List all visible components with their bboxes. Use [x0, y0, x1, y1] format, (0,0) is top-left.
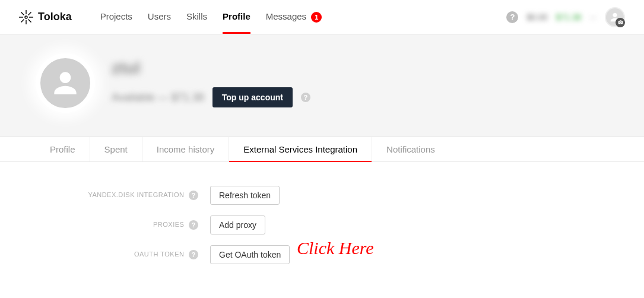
nav-skills[interactable]: Skills	[186, 1, 207, 33]
top-navigation: Toloka Projects Users Skills Profile Mes…	[0, 0, 644, 34]
nav-projects[interactable]: Projects	[100, 1, 132, 33]
profile-header: ztul Available — $71.38 Top up account ?	[0, 34, 644, 137]
help-icon[interactable]: ?	[189, 250, 198, 259]
label-text: OAUTH TOKEN	[134, 251, 185, 258]
label-text: YANDEX.DISK INTEGRATION	[88, 191, 184, 198]
profile-subtabs: Profile Spent Income history External Se…	[0, 137, 644, 162]
nav-messages-label: Messages	[266, 11, 306, 21]
nav-messages[interactable]: Messages 1	[266, 1, 322, 33]
camera-badge	[616, 18, 625, 27]
help-icon[interactable]: ?	[506, 11, 518, 23]
label-text: PROXIES	[153, 221, 184, 228]
get-oauth-button[interactable]: Get OAuth token	[210, 245, 290, 264]
svg-point-0	[25, 16, 27, 18]
help-icon[interactable]: ?	[301, 93, 310, 102]
refresh-token-button[interactable]: Refresh token	[210, 186, 280, 205]
svg-line-5	[21, 12, 24, 15]
subtab-notifications[interactable]: Notifications	[372, 137, 449, 161]
nav-links: Projects Users Skills Profile Messages 1	[100, 1, 322, 33]
nav-profile[interactable]: Profile	[223, 1, 250, 33]
nav-right: ? $0.00 $71.38 ···	[506, 7, 625, 27]
proxies-label: PROXIES ?	[0, 220, 202, 230]
user-avatar-large[interactable]	[36, 53, 95, 113]
svg-line-6	[28, 19, 31, 22]
brand-logo[interactable]: Toloka	[19, 10, 72, 24]
subtab-income[interactable]: Income history	[142, 137, 230, 161]
camera-icon	[618, 20, 623, 25]
balance-blurred-1: $0.00	[526, 12, 547, 22]
oauth-label: OAUTH TOKEN ?	[0, 250, 202, 259]
help-icon[interactable]: ?	[189, 191, 198, 200]
svg-line-7	[28, 12, 31, 15]
yandex-disk-label: YANDEX.DISK INTEGRATION ?	[0, 191, 202, 200]
person-icon	[49, 66, 82, 100]
add-proxy-button[interactable]: Add proxy	[210, 215, 265, 234]
profile-balance-blurred: Available — $71.38	[112, 91, 204, 104]
balance-blurred-2: $71.38	[556, 12, 582, 22]
svg-line-8	[21, 19, 24, 22]
messages-badge: 1	[311, 12, 322, 23]
profile-name-blurred: ztul	[112, 59, 310, 78]
subtab-external[interactable]: External Services Integration	[229, 137, 372, 161]
profile-meta: ztul Available — $71.38 Top up account ?	[112, 59, 310, 107]
proxies-row: PROXIES ? Add proxy	[0, 215, 644, 234]
help-icon[interactable]: ?	[189, 220, 198, 230]
external-services-settings: YANDEX.DISK INTEGRATION ? Refresh token …	[0, 162, 644, 293]
nav-users[interactable]: Users	[148, 1, 171, 33]
topup-button[interactable]: Top up account	[212, 87, 293, 107]
toloka-icon	[19, 10, 33, 24]
click-here-annotation: Click Here	[297, 238, 374, 258]
user-avatar-small[interactable]	[605, 7, 625, 27]
yandex-disk-row: YANDEX.DISK INTEGRATION ? Refresh token	[0, 186, 644, 205]
balance-blurred-3: ···	[589, 12, 597, 22]
brand-name: Toloka	[38, 11, 72, 23]
subtab-profile[interactable]: Profile	[36, 137, 90, 161]
subtab-spent[interactable]: Spent	[90, 137, 142, 161]
